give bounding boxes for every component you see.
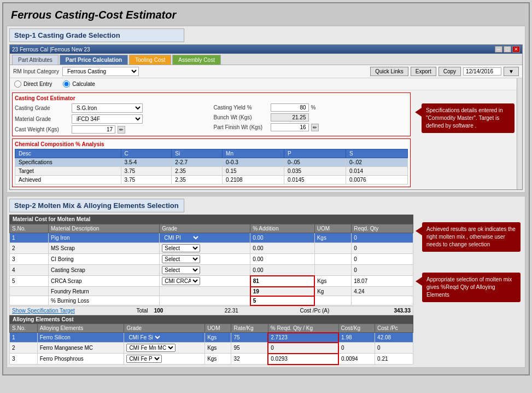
casting-grade-label: Casting Grade [15, 105, 69, 111]
cost-pc-value: 343.33 [394, 308, 411, 314]
tab-assembly-cost[interactable]: Assembly Cost [172, 55, 221, 65]
molten-header-row: S.No. Material Description Grade % Addit… [10, 224, 413, 233]
tooltip3-box: Appropriate selection of molten mix give… [422, 273, 521, 302]
chem-title: Chemical Composition % Analysis [15, 141, 408, 147]
alloy-r1-cost-kg: 1.98 [338, 333, 375, 343]
alloy-col-cost-pc: Cost /Pc [375, 323, 413, 333]
molten-r3-grade-select[interactable]: Select [162, 255, 200, 263]
molten-burning-desc: % Burning Loss [49, 296, 160, 305]
molten-col-sno: S.No. [10, 224, 49, 233]
tabs-bar: Part Attributes Part Price Calculation T… [10, 54, 522, 65]
molten-r3-grade: Select [160, 254, 250, 265]
dropdown-arrow[interactable]: ▼ [504, 67, 519, 76]
chem-col-si: Si [172, 149, 223, 158]
molten-col-pct: % Addition [250, 224, 314, 233]
molten-row-burning: % Burning Loss 5 [10, 296, 413, 305]
casting-yield-row: Casting Yield % % [214, 103, 408, 112]
cast-weight-edit-icon[interactable]: ✏ [118, 126, 125, 134]
rm-input-select[interactable]: Ferrous Casting [62, 67, 139, 76]
molten-r4-desc: Casting Scrap [49, 265, 160, 276]
molten-foundry-qty: 4.24 [352, 287, 413, 296]
molten-r4-grade-select[interactable]: Select [162, 266, 200, 274]
molten-r2-desc: MS Scrap [49, 243, 160, 254]
part-finish-row: Part Finish Wt (Kgs) ✏ [214, 123, 408, 131]
step2-header: Step-2 Molten Mix & Alloying Elements Se… [9, 199, 184, 212]
radio-direct-entry-input[interactable] [14, 80, 21, 88]
chem-col-s: S [346, 149, 407, 158]
casting-yield-input[interactable] [271, 103, 309, 112]
alloy-col-uom: UOM [205, 323, 231, 333]
molten-col-qty: Reqd. Qty [352, 224, 413, 233]
chem-spec-desc: Specifications [15, 158, 121, 167]
molten-r1-grade-select[interactable]: CMI PI [162, 234, 200, 241]
alloy-col-cost-kg: Cost/Kg [338, 323, 375, 333]
molten-col-desc: Material Description [49, 224, 160, 233]
part-finish-edit-icon[interactable]: ✏ [311, 124, 319, 131]
cce-right-col: Casting Yield % % Bunch Wt (Kgs) [214, 103, 408, 134]
molten-r1-qty: 0 [352, 233, 413, 243]
radio-calculate-input[interactable] [63, 80, 70, 88]
molten-r1-uom: Kgs [314, 233, 352, 243]
alloy-r2-grade-select[interactable]: CMI Fe Mn MC [126, 344, 176, 352]
molten-burning-qty [352, 296, 413, 305]
alloy-r2-pct-reqd: 0 [268, 343, 338, 354]
chem-spec-si: 2-2.7 [172, 158, 223, 167]
molten-r3-uom [314, 254, 352, 265]
molten-r1-grade: CMI PI [160, 233, 250, 243]
tab-part-attributes[interactable]: Part Attributes [12, 55, 59, 65]
show-spec-target-link[interactable]: Show Specification Target [12, 308, 75, 314]
step2-main: Material Cost for Molten Metal S.No. Mat… [9, 215, 413, 365]
alloy-r1-grade-select[interactable]: CMI Fe Si [126, 334, 162, 341]
close-button[interactable]: ✕ [512, 46, 520, 53]
window-titlebar: 23 Ferrous Cal |Ferrous New 23 ─ □ ✕ [10, 45, 522, 54]
main-container: Ferrous Casting-Cost Estimator Step-1 Ca… [2, 2, 530, 375]
copy-button[interactable]: Copy [439, 67, 461, 76]
alloy-r3-rate: 32 [231, 354, 268, 365]
radio-calculate-label: Calculate [72, 81, 95, 87]
alloy-r3-grade-select[interactable]: CMI Fe P [126, 355, 162, 363]
molten-r5-pct: 81 [250, 276, 314, 287]
date-field[interactable] [463, 67, 501, 76]
alloy-col-rate: Rate/Kg [231, 323, 268, 333]
tooltip1-container: Specifications details entered in "Commo… [413, 101, 517, 135]
alloy-r1-pct-reqd: 2.7123 [268, 333, 338, 343]
alloy-r3-grade: CMI Fe P [124, 354, 205, 365]
alloy-r1-rate: 75 [231, 333, 268, 343]
molten-row-foundry: Foundry Return 19 Kg 4.24 [10, 287, 413, 296]
molten-r2-grade-select[interactable]: Select [162, 244, 200, 252]
radio-calculate[interactable]: Calculate [63, 80, 95, 88]
tooltip1-box: Specifications details entered in "Commo… [422, 103, 515, 133]
radio-direct-entry[interactable]: Direct Entry [14, 80, 52, 88]
tooltip2-arrow [416, 227, 422, 235]
radio-row: Direct Entry Calculate [10, 78, 517, 90]
molten-section-title: Material Cost for Molten Metal [9, 215, 413, 224]
chem-table: Desc C Si Mn P S [15, 149, 408, 184]
casting-grade-select[interactable]: S.G.Iron [72, 103, 143, 113]
molten-r1-desc: Pig Iron [49, 233, 160, 243]
cce-form-grid: Casting Grade S.G.Iron Material Grade [15, 103, 408, 134]
tab-tooling-cost[interactable]: Tooling Cost [129, 55, 171, 65]
export-button[interactable]: Export [411, 67, 436, 76]
scrollbar[interactable] [517, 78, 522, 189]
molten-row-3: 3 CI Boring Select 0.00 0 [10, 254, 413, 265]
molten-r4-uom [314, 265, 352, 276]
chem-spec-mn: 0-0.3 [223, 158, 284, 167]
chem-spec-c: 3.5-4 [121, 158, 172, 167]
chem-target-c: 3.75 [121, 167, 172, 176]
quick-links-button[interactable]: Quick Links [370, 67, 408, 76]
material-grade-select[interactable]: iFCD 34F [72, 114, 143, 124]
alloy-r2-sno: 2 [10, 343, 38, 354]
toolbar-row: RM Input Category Ferrous Casting Quick … [10, 65, 522, 78]
cast-weight-label: Cast Weight (Kgs) [15, 126, 69, 132]
window-controls: ─ □ ✕ [495, 46, 520, 53]
maximize-button[interactable]: □ [504, 46, 511, 53]
part-finish-input[interactable] [271, 123, 309, 131]
minimize-button[interactable]: ─ [495, 46, 502, 53]
cast-weight-input[interactable] [72, 125, 115, 134]
molten-section: Material Cost for Molten Metal S.No. Mat… [9, 215, 413, 315]
tab-part-price[interactable]: Part Price Calculation [60, 55, 128, 65]
total-label: Total 100 [136, 308, 163, 314]
molten-r2-sno: 2 [10, 243, 49, 254]
alloy-col-element: Alloying Elements [37, 323, 124, 333]
molten-r5-grade-select[interactable]: CMI CRCA [162, 277, 200, 285]
